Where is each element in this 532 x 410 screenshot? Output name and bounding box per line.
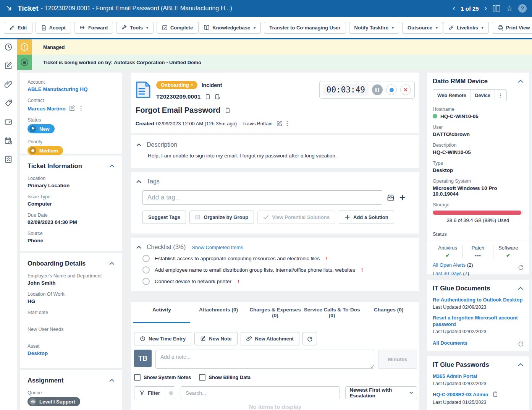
new-note-button[interactable]: New Note [194, 332, 237, 345]
transfer-comanaging-button[interactable]: Transfer to Co-managing User [264, 22, 346, 34]
collapse-chevron-icon[interactable] [109, 262, 115, 265]
search-input[interactable] [181, 386, 340, 399]
collapse-chevron-icon[interactable] [518, 79, 523, 83]
livelinks-button[interactable]: Livelinks ▾ [443, 22, 489, 34]
queue-badge[interactable]: Level I Support [27, 397, 80, 406]
refresh-activity-button[interactable] [302, 332, 317, 345]
checklist-icon[interactable] [4, 155, 13, 164]
copy-title-icon[interactable] [224, 107, 230, 113]
sort-dropdown[interactable]: Newest First with Escalation [345, 386, 417, 399]
all-documents-link[interactable]: All Documents [433, 340, 467, 346]
assignment-title: Assignment [27, 377, 63, 384]
forward-button[interactable]: Forward [74, 22, 113, 34]
account-link[interactable]: ABLE Manufacturing HQ [27, 86, 88, 92]
collapse-chevron-icon[interactable] [109, 379, 115, 382]
password-link[interactable]: HQ-C-2008R2-03 Admin [433, 392, 488, 397]
tools-button[interactable]: Tools ▾ [116, 22, 154, 34]
tag-add-icon[interactable] [399, 194, 406, 201]
password-link[interactable]: M365 Admin Portal [433, 373, 477, 379]
outsource-button[interactable]: Outsource ▾ [402, 22, 443, 34]
complete-button[interactable]: Complete [157, 22, 198, 34]
storage-bar-fill [433, 211, 521, 215]
print-view-button[interactable]: Print View [492, 22, 532, 34]
organize-by-group-button[interactable]: Organize by Group [189, 211, 254, 224]
checklist-item-circle[interactable] [142, 266, 150, 274]
tab-activity[interactable]: Activity [133, 302, 190, 323]
collapse-chevron-icon[interactable] [109, 164, 115, 168]
plus-icon [344, 214, 350, 220]
prev-ticket-button[interactable]: ‹ [453, 4, 455, 13]
device-button[interactable]: Device [471, 90, 495, 101]
checklist-item-circle[interactable] [142, 278, 150, 285]
new-attachment-button[interactable]: New Attachment [241, 332, 299, 345]
issue-type-value: Computer [27, 201, 115, 207]
new-time-entry-button[interactable]: New Time Entry [134, 332, 191, 345]
note-input[interactable] [155, 350, 374, 369]
show-system-notes-toggle[interactable]: Show System Notes [134, 374, 191, 381]
collapse-chevron-icon[interactable] [136, 143, 141, 146]
timer-stop-button[interactable]: ✕ [400, 84, 411, 95]
asset-link[interactable]: Desktop [27, 350, 48, 356]
view-potential-solutions-button[interactable]: View Potential Solutions [257, 211, 335, 224]
edit-button[interactable]: Edit [4, 22, 32, 34]
filter-button[interactable]: Filter ⊗ [134, 386, 175, 399]
tab-charges-expenses[interactable]: Charges & Expenses (0) [247, 302, 304, 323]
next-ticket-button[interactable]: › [484, 4, 487, 13]
service-calls-icon[interactable] [4, 136, 13, 145]
all-open-alerts-link[interactable]: All Open Alerts [433, 262, 466, 268]
last-30-days-link[interactable]: Last 30 Days [433, 271, 462, 276]
web-remote-button[interactable]: Web Remote [433, 90, 471, 101]
edit-contact-icon[interactable] [69, 105, 75, 112]
checklist-item-circle[interactable] [142, 255, 150, 262]
right-panel: Datto RMM Device Web Remote Device ⋮ Hos… [427, 73, 529, 410]
accept-button[interactable]: Accept [36, 22, 71, 34]
copy-ticket-number-icon[interactable] [204, 94, 210, 100]
rmm-menu-icon[interactable]: ⋮ [495, 90, 507, 101]
show-billing-data-toggle[interactable]: Show Billing Data [199, 374, 251, 381]
tools-wrench-icon [121, 25, 127, 31]
charges-icon[interactable] [4, 118, 13, 126]
refresh-rmm-icon[interactable] [517, 264, 524, 271]
hostname-label: Hostname [433, 107, 523, 112]
document-link[interactable]: Reset a forgotten Microsoft account pass… [433, 315, 517, 327]
layout-columns-icon[interactable] [492, 5, 501, 12]
timer-record-button[interactable] [386, 84, 397, 95]
collapse-chevron-icon[interactable] [136, 246, 141, 249]
copy-password-icon[interactable] [492, 391, 498, 397]
tab-changes[interactable]: Changes (0) [360, 302, 417, 323]
knowledgebase-button[interactable]: Knowledgebase ▾ [198, 22, 261, 34]
tab-attachments[interactable]: Attachments (0) [190, 302, 247, 323]
notes-icon[interactable] [4, 62, 13, 70]
collapse-chevron-icon[interactable] [518, 287, 523, 290]
clear-filter-icon[interactable]: ⊗ [165, 387, 175, 399]
suggest-tags-button[interactable]: Suggest Tags [142, 211, 186, 224]
tags-icon[interactable] [4, 99, 13, 107]
checkbox-icon[interactable] [134, 374, 141, 381]
notify-taskfire-button[interactable]: Notify Taskfire ▾ [349, 22, 399, 34]
contact-menu-icon[interactable]: ⋮ [78, 105, 84, 112]
creator-menu-icon[interactable]: ⋮ [285, 120, 290, 127]
timer-pause-button[interactable] [372, 84, 383, 95]
tab-service-calls[interactable]: Service Calls & To-Dos (0) [304, 302, 361, 323]
time-entries-icon[interactable] [4, 43, 13, 51]
tag-archive-icon[interactable] [387, 194, 395, 201]
contact-link[interactable]: Marcus Martino [27, 106, 66, 112]
edit-creator-icon[interactable] [276, 120, 283, 127]
minutes-field[interactable]: Minutes [378, 350, 417, 369]
checkbox-icon[interactable] [199, 374, 205, 381]
document-link[interactable]: Re-Authenticating to Outlook Desktop [433, 297, 522, 303]
attachments-icon[interactable] [4, 80, 13, 89]
favorite-star-icon[interactable]: ☆ [506, 4, 513, 13]
show-completed-items-link[interactable]: Show Completed Items [192, 245, 243, 250]
refresh-docs-icon[interactable] [517, 340, 524, 347]
collapse-chevron-icon[interactable] [136, 180, 141, 183]
add-solution-button[interactable]: Add a Solution [339, 211, 394, 224]
copy-ticket-link-icon[interactable] [214, 94, 220, 100]
category-badge[interactable]: Onboarding▾ [156, 81, 197, 89]
priority-badge[interactable]: ◉Medium [27, 146, 63, 155]
help-icon[interactable]: ? [518, 4, 527, 13]
tag-input[interactable] [142, 190, 382, 205]
status-badge[interactable]: ⚑New [27, 124, 55, 133]
collapse-chevron-icon[interactable] [518, 363, 523, 366]
left-icon-rail [0, 39, 17, 410]
